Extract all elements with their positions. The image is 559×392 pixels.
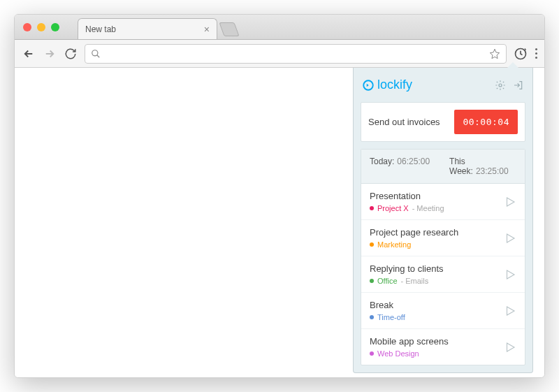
svg-point-0 (92, 50, 98, 55)
clock-icon (362, 79, 375, 92)
reload-button[interactable] (64, 47, 78, 61)
play-icon[interactable] (504, 268, 516, 281)
time-entry[interactable]: Replying to clients Office - Emails (361, 256, 525, 293)
entry-title: Break (370, 300, 504, 310)
time-entry[interactable]: Presentation Project X - Meeting (361, 184, 525, 220)
project-dot-icon (370, 206, 374, 210)
play-icon[interactable] (504, 232, 516, 245)
clockify-extension-icon[interactable] (514, 47, 528, 61)
logo-text: lockify (377, 78, 412, 92)
window-minimize-button[interactable] (37, 23, 45, 31)
new-tab-button[interactable] (219, 22, 239, 36)
entry-tag: - Meeting (412, 204, 444, 212)
browser-toolbar (15, 40, 544, 68)
entries-list: Today:06:25:00 This Week:23:25:00 Presen… (361, 149, 525, 365)
week-label: This Week: (449, 157, 473, 176)
week-total: This Week:23:25:00 (449, 157, 516, 176)
play-icon[interactable] (504, 341, 516, 354)
logout-icon[interactable] (513, 80, 524, 91)
time-entry[interactable]: Break Time-off (361, 293, 525, 329)
today-label: Today: (370, 157, 394, 166)
time-entry[interactable]: Project page research Marketing (361, 220, 525, 256)
play-icon[interactable] (504, 196, 516, 208)
week-value: 23:25:00 (476, 166, 509, 176)
entry-project: Marketing (377, 240, 411, 249)
active-timer: Send out invoices 00:00:04 (361, 102, 525, 142)
browser-menu-button[interactable] (535, 48, 537, 59)
play-icon[interactable] (504, 305, 516, 317)
entry-project: Web Design (377, 349, 419, 358)
project-dot-icon (370, 242, 374, 247)
time-entry[interactable]: Mobile app screens Web Design (361, 329, 525, 365)
svg-point-3 (499, 84, 502, 87)
entry-title: Replying to clients (370, 263, 504, 274)
back-button[interactable] (22, 47, 36, 61)
clockify-popup: lockify Send out invoices 00:00:04 Today… (353, 68, 533, 373)
project-dot-icon (370, 315, 374, 319)
today-total: Today:06:25:00 (370, 157, 430, 176)
browser-tab[interactable]: New tab × (78, 18, 217, 39)
forward-button[interactable] (43, 47, 57, 61)
window-close-button[interactable] (23, 23, 31, 31)
totals-row: Today:06:25:00 This Week:23:25:00 (361, 150, 525, 184)
clockify-logo: lockify (362, 78, 412, 92)
bookmark-star-icon[interactable] (489, 48, 500, 59)
window-controls (23, 23, 59, 31)
window-maximize-button[interactable] (51, 23, 59, 31)
entry-tag: - Emails (401, 277, 429, 285)
popup-header: lockify (361, 75, 525, 95)
timer-stop-button[interactable]: 00:00:04 (454, 110, 518, 134)
entry-project: Project X (377, 204, 409, 212)
entry-title: Presentation (370, 191, 504, 201)
page-content: lockify Send out invoices 00:00:04 Today… (15, 68, 544, 377)
tab-title: New tab (85, 24, 116, 34)
search-icon (91, 49, 101, 59)
entry-project: Office (377, 277, 398, 285)
project-dot-icon (370, 279, 374, 283)
entry-project: Time-off (377, 313, 405, 321)
project-dot-icon (370, 351, 374, 356)
titlebar: New tab × (15, 15, 544, 40)
today-value: 06:25:00 (397, 157, 430, 166)
address-bar[interactable] (85, 44, 507, 64)
close-icon[interactable]: × (204, 24, 210, 35)
entry-title: Project page research (370, 227, 504, 238)
entry-title: Mobile app screens (370, 336, 504, 347)
browser-window: New tab × lockify (14, 14, 545, 378)
gear-icon[interactable] (495, 80, 506, 91)
timer-task-name[interactable]: Send out invoices (368, 117, 449, 127)
